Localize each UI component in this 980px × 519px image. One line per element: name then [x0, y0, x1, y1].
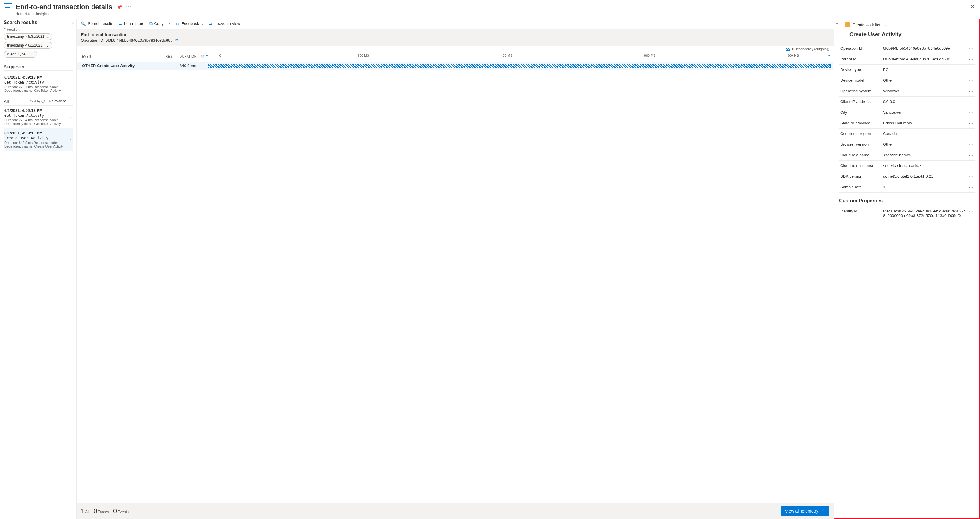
- property-more-icon[interactable]: ···: [969, 185, 973, 190]
- property-row: Operating system Windows ···: [839, 86, 975, 97]
- property-more-icon[interactable]: ···: [969, 142, 973, 147]
- filter-icon[interactable]: ▼: [827, 53, 831, 57]
- result-timestamp: 6/1/2021, 4:09:13 PM: [4, 75, 72, 79]
- copy-operation-id-icon[interactable]: ⧉: [175, 38, 178, 43]
- property-more-icon[interactable]: ···: [969, 99, 973, 104]
- property-row: Client IP address 0.0.0.0 ···: [839, 97, 975, 107]
- result-duration: Duration: 840.9 ms Response code:: [4, 141, 72, 144]
- property-value: British Columbia: [883, 121, 966, 125]
- property-row: Identity id 8:acs:ac80d96a-85de-48b1-995…: [839, 206, 975, 221]
- property-key: Browser version: [840, 142, 880, 147]
- property-row: State or province British Columbia ···: [839, 118, 975, 129]
- search-result-item[interactable]: 6/1/2021, 4:09:13 PM Get Token Activity …: [4, 73, 73, 95]
- collapse-sidebar-icon[interactable]: «: [72, 21, 75, 25]
- property-value: 0f0b9f4bfbb54640a0e8b7834e8dc69e: [883, 57, 966, 61]
- learn-more-button[interactable]: ☁Learn more: [118, 21, 144, 26]
- search-results-heading: Search results: [4, 20, 73, 25]
- result-dependency: Dependency name: Create User Activity: [4, 144, 72, 148]
- transaction-table: EVENT RES. DURATION ◷ ▼ 0 200 MS 400 MS …: [76, 51, 834, 71]
- result-name: Get Token Activity: [4, 113, 72, 117]
- property-more-icon[interactable]: ···: [969, 46, 973, 51]
- property-value: Vancouver: [883, 110, 966, 114]
- telemetry-count: 0Traces: [94, 507, 109, 515]
- details-panel: » Create work item ⌄ Create User Activit…: [834, 19, 980, 519]
- more-icon[interactable]: ···: [126, 4, 131, 10]
- event-timeline: [205, 62, 833, 70]
- arrow-right-icon: →: [67, 137, 72, 142]
- property-row: Cloud role name <service-name> ···: [839, 150, 975, 160]
- copy-link-button[interactable]: ⧉Copy link: [150, 21, 170, 26]
- expand-details-icon[interactable]: »: [836, 22, 838, 27]
- work-item-icon: [845, 22, 850, 27]
- property-more-icon[interactable]: ···: [969, 110, 973, 115]
- property-more-icon[interactable]: ···: [969, 89, 973, 94]
- result-dependency: Dependency name: Get Token Activity: [4, 89, 72, 92]
- search-result-item[interactable]: 6/1/2021, 4:09:13 PM Get Token Activity …: [4, 106, 73, 128]
- property-value: 1: [883, 185, 966, 189]
- property-more-icon[interactable]: ···: [969, 153, 973, 157]
- property-more-icon[interactable]: ···: [969, 163, 973, 168]
- property-more-icon[interactable]: ···: [969, 57, 973, 62]
- property-value: PC: [883, 67, 966, 72]
- property-value: <service-name>: [883, 153, 966, 157]
- swap-icon: ⇄: [209, 21, 213, 26]
- search-sidebar: « Search results Filtered on timestamp >…: [0, 19, 76, 519]
- property-row: Browser version Other ···: [839, 139, 975, 150]
- transaction-header: End-to-end transaction Operation ID: 0f0…: [76, 29, 834, 46]
- sort-by-select[interactable]: Relevance ⌄: [47, 98, 73, 104]
- property-more-icon[interactable]: ···: [969, 121, 973, 125]
- event-duration: 840.9 ms: [177, 62, 205, 70]
- search-results-button[interactable]: 🔍Search results: [81, 21, 113, 26]
- property-row: Operation Id 0f0b9f4bfbb54640a0e8b7834e8…: [839, 43, 975, 54]
- property-row: SDK version dotnet5.0:otel1.0.1:ext1.0.2…: [839, 171, 975, 182]
- legend: = Dependency (outgoing): [76, 46, 834, 51]
- view-all-telemetry-button[interactable]: View all telemetry ⌃: [781, 506, 829, 516]
- search-result-item[interactable]: 6/1/2021, 4:09:12 PM Create User Activit…: [4, 128, 73, 151]
- transaction-row[interactable]: OTHER Create User Activity 840.9 ms: [77, 62, 833, 70]
- filter-pill[interactable]: timestamp > 5/31/2021, 4:1...: [4, 33, 52, 40]
- search-icon: 🔍: [81, 21, 86, 26]
- property-row: City Vancouver ···: [839, 107, 975, 118]
- property-key: Device model: [840, 78, 880, 83]
- toolbar: 🔍Search results ☁Learn more ⧉Copy link ☺…: [76, 19, 834, 29]
- filter-pill[interactable]: timestamp < 6/1/2021, 4:10:...: [4, 42, 52, 49]
- page-subtitle: dotnet-test-insights: [16, 11, 966, 16]
- cloud-icon: ☁: [118, 21, 122, 26]
- property-row: Device type PC ···: [839, 65, 975, 75]
- arrow-right-icon: →: [67, 81, 72, 87]
- property-key: Operation Id: [840, 46, 880, 51]
- footer-bar: 1All0Traces0Events View all telemetry ⌃: [76, 503, 834, 519]
- property-key: Country or region: [840, 131, 880, 136]
- property-more-icon[interactable]: ···: [969, 174, 973, 179]
- pin-icon[interactable]: 📌: [117, 5, 122, 10]
- filter-pill[interactable]: client_Type != ...: [4, 51, 37, 57]
- filter-icon[interactable]: ▼: [205, 53, 209, 57]
- property-value: Other: [883, 142, 966, 147]
- property-more-icon[interactable]: ···: [969, 131, 973, 136]
- property-value: 8:acs:ac80d96a-85de-48b1-995d-a3a3fa3627…: [883, 209, 966, 218]
- property-key: SDK version: [840, 174, 880, 179]
- page-header: End-to-end transaction details 📌 ··· dot…: [0, 0, 980, 19]
- leave-preview-button[interactable]: ⇄Leave preview: [209, 21, 240, 26]
- property-row: Parent Id 0f0b9f4bfbb54640a0e8b7834e8dc6…: [839, 54, 975, 65]
- suggested-heading: Suggested: [4, 64, 73, 71]
- property-value: Other: [883, 78, 966, 83]
- property-key: Sample rate: [840, 185, 880, 189]
- create-work-item-button[interactable]: Create work item ⌄: [845, 22, 975, 27]
- smile-icon: ☺: [175, 21, 180, 26]
- all-heading: All: [4, 99, 9, 104]
- feedback-button[interactable]: ☺Feedback⌄: [175, 21, 204, 26]
- result-duration: Duration: 276.4 ms Response code:: [4, 85, 72, 89]
- property-value: Canada: [883, 131, 966, 136]
- property-more-icon[interactable]: ···: [969, 209, 973, 214]
- property-more-icon[interactable]: ···: [969, 78, 973, 83]
- close-icon[interactable]: ✕: [970, 3, 975, 10]
- property-key: Identity id: [840, 209, 880, 213]
- hatch-swatch-icon: [786, 48, 790, 51]
- event-res: [163, 62, 177, 70]
- property-value: dotnet5.0:otel1.0.1:ext1.0.21: [883, 174, 966, 179]
- property-row: Device model Other ···: [839, 75, 975, 86]
- property-key: State or province: [840, 121, 880, 125]
- property-more-icon[interactable]: ···: [969, 67, 973, 72]
- telemetry-count: 0Events: [113, 507, 129, 515]
